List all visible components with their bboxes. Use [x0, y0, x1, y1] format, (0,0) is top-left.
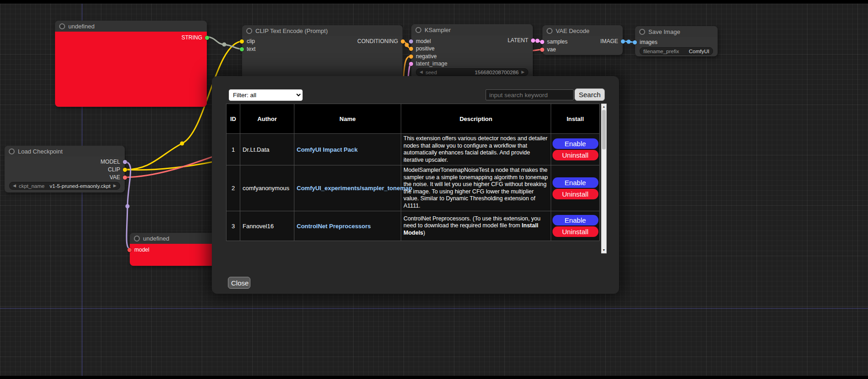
column-header-id: ID — [227, 104, 240, 134]
port-label: model — [134, 247, 149, 253]
close-button[interactable]: Close — [228, 277, 250, 289]
ckpt-name-widget[interactable]: ◀ ckpt_name v1-5-pruned-emaonly.ckpt ▶ — [9, 182, 120, 190]
input-port-text[interactable]: text — [240, 45, 255, 53]
port-dot-latent[interactable] — [531, 38, 535, 43]
node-ksampler[interactable]: KSampler model positive negative latent_… — [411, 24, 533, 76]
input-port-negative[interactable]: negative — [409, 53, 437, 60]
input-port-model[interactable]: model — [409, 38, 431, 45]
node-header[interactable]: Save Image — [635, 26, 718, 37]
cell-name: ControlNet Preprocessors — [294, 211, 401, 241]
search-button[interactable]: Search — [575, 88, 605, 101]
uninstall-button[interactable]: Uninstall — [553, 150, 598, 160]
port-dot-latent-image[interactable] — [409, 62, 413, 66]
extension-link[interactable]: ComfyUI_experiments/sampler_tonemap — [297, 185, 412, 192]
node-load-checkpoint[interactable]: Load Checkpoint MODEL CLIP VAE ◀ ckpt_na… — [5, 146, 125, 192]
extension-link[interactable]: ComfyUI Impact Pack — [297, 146, 358, 153]
widget-label: seed — [426, 70, 437, 75]
collapse-dot-icon[interactable] — [246, 28, 252, 34]
port-dot-string[interactable] — [205, 36, 209, 40]
cell-id: 3 — [227, 211, 240, 241]
node-header[interactable]: undefined — [55, 21, 207, 32]
node-save-image[interactable]: Save Image images filename_prefix ComfyU… — [635, 26, 718, 56]
seed-increment-icon[interactable]: ▶ — [521, 70, 525, 74]
node-undefined-top[interactable]: undefined STRING — [55, 21, 207, 107]
port-dot-model-out[interactable] — [123, 160, 127, 164]
collapse-dot-icon[interactable] — [59, 23, 65, 29]
search-input[interactable] — [486, 89, 574, 100]
node-title: CLIP Text Encode (Prompt) — [255, 27, 328, 34]
table-header-row: ID Author Name Description Install — [227, 104, 600, 134]
port-dot-model[interactable] — [409, 39, 413, 44]
port-dot-negative[interactable] — [409, 55, 413, 59]
filename-prefix-widget[interactable]: filename_prefix ComfyUI — [640, 47, 713, 55]
uninstall-button[interactable]: Uninstall — [553, 189, 598, 199]
table-scrollbar[interactable]: ▲ ▼ — [601, 104, 607, 253]
ckpt-next-icon[interactable]: ▶ — [113, 184, 116, 188]
column-header-install: Install — [551, 104, 600, 134]
output-port-string[interactable]: STRING — [182, 34, 209, 41]
port-dot-image[interactable] — [621, 39, 625, 44]
input-port-images[interactable]: images — [633, 38, 658, 46]
output-port-vae[interactable]: VAE — [110, 174, 127, 181]
seed-widget[interactable]: ◀ seed 156680208700286 ▶ — [416, 68, 528, 76]
input-port-model[interactable]: model — [127, 246, 149, 253]
collapse-dot-icon[interactable] — [547, 28, 553, 34]
input-port-positive[interactable]: positive — [409, 45, 435, 52]
cell-description: This extension offers various detector n… — [401, 134, 551, 165]
port-dot-clip-out[interactable] — [123, 168, 127, 172]
output-port-conditioning[interactable]: CONDITIONING — [357, 38, 405, 45]
scroll-up-icon[interactable]: ▲ — [602, 104, 606, 110]
node-header[interactable]: Load Checkpoint — [5, 146, 125, 157]
cell-install: Enable Uninstall — [551, 211, 600, 241]
port-dot-vae-out[interactable] — [123, 176, 127, 180]
port-label: positive — [416, 45, 435, 52]
collapse-dot-icon[interactable] — [639, 29, 645, 35]
input-port-latent-image[interactable]: latent_image — [409, 60, 448, 67]
port-dot-conditioning[interactable] — [401, 39, 405, 44]
widget-label: ckpt_name — [19, 183, 44, 189]
collapse-dot-icon[interactable] — [134, 236, 140, 242]
enable-button[interactable]: Enable — [553, 177, 598, 188]
input-port-clip[interactable]: clip — [240, 38, 255, 45]
node-header[interactable]: KSampler — [411, 24, 533, 35]
output-port-latent[interactable]: LATENT — [508, 37, 535, 44]
node-title: undefined — [143, 235, 169, 242]
port-dot-positive[interactable] — [409, 47, 413, 51]
node-vae-decode[interactable]: VAE Decode samples vae IMAGE — [542, 25, 623, 55]
port-label: images — [640, 39, 658, 45]
scroll-down-icon[interactable]: ▼ — [602, 247, 606, 253]
port-dot-model-in[interactable] — [127, 248, 132, 252]
scrollbar-thumb[interactable] — [602, 110, 606, 149]
extension-link[interactable]: ControlNet Preprocessors — [297, 223, 371, 230]
node-header[interactable]: VAE Decode — [542, 25, 623, 36]
node-clip-text-encode[interactable]: CLIP Text Encode (Prompt) clip text COND… — [242, 25, 403, 76]
table-row: 3 Fannovel16 ControlNet Preprocessors Co… — [227, 211, 600, 241]
cell-name: ComfyUI_experiments/sampler_tonemap — [294, 165, 401, 211]
port-dot-images[interactable] — [633, 40, 637, 44]
enable-button[interactable]: Enable — [553, 215, 598, 225]
collapse-dot-icon[interactable] — [9, 148, 15, 154]
collapse-dot-icon[interactable] — [415, 27, 421, 33]
port-dot-text[interactable] — [240, 47, 244, 51]
column-header-author: Author — [240, 104, 294, 134]
input-port-vae[interactable]: vae — [540, 46, 556, 53]
cell-id: 2 — [227, 165, 240, 211]
input-port-samples[interactable]: samples — [540, 38, 568, 45]
port-dot-clip[interactable] — [240, 39, 244, 44]
port-dot-samples[interactable] — [540, 40, 544, 44]
enable-button[interactable]: Enable — [553, 138, 598, 149]
port-label: STRING — [182, 34, 202, 41]
ckpt-prev-icon[interactable]: ◀ — [13, 184, 16, 188]
output-port-clip[interactable]: CLIP — [108, 166, 127, 173]
cell-description: ControlNet Preprocessors. (To use this e… — [401, 211, 551, 241]
filter-select[interactable]: Filter: all — [229, 89, 303, 101]
output-port-model[interactable]: MODEL — [100, 158, 127, 165]
table-row: 1 Dr.Lt.Data ComfyUI Impact Pack This ex… — [227, 134, 600, 165]
node-title: Load Checkpoint — [18, 148, 63, 155]
output-port-image[interactable]: IMAGE — [600, 38, 625, 45]
uninstall-button[interactable]: Uninstall — [553, 226, 598, 237]
node-header[interactable]: CLIP Text Encode (Prompt) — [242, 25, 403, 36]
cell-description: ModelSamplerTonemapNoiseTest a node that… — [401, 165, 551, 211]
port-dot-vae[interactable] — [540, 48, 544, 52]
seed-decrement-icon[interactable]: ◀ — [420, 70, 423, 74]
